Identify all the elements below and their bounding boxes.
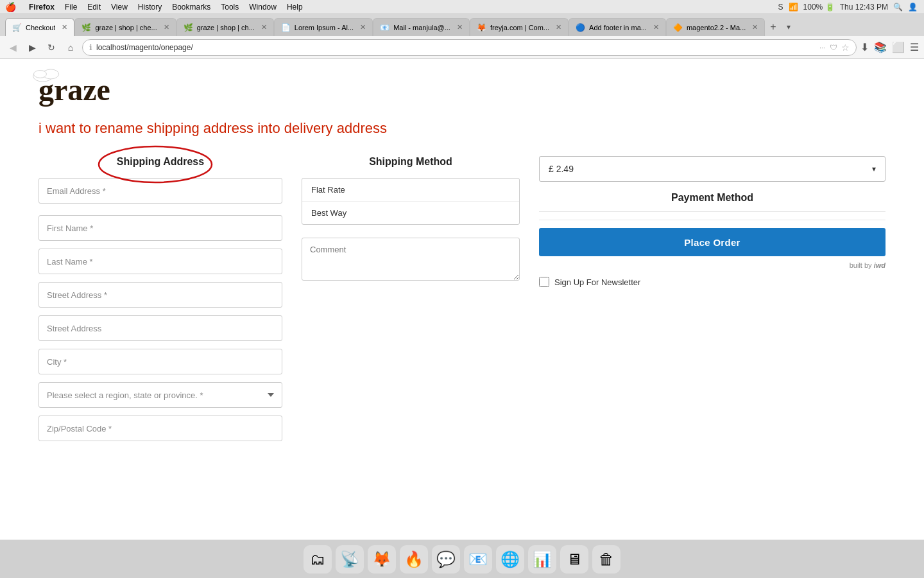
site-header: graze <box>0 59 924 120</box>
help-menu[interactable]: Help <box>287 3 303 12</box>
tab-mail[interactable]: 📧 Mail - manjula@... ✕ <box>373 18 470 36</box>
reload-button[interactable]: ↻ <box>44 40 59 55</box>
tab-label: Mail - manjula@... <box>393 24 450 31</box>
region-select[interactable]: Please select a region, state or provinc… <box>38 382 282 408</box>
zip-input[interactable] <box>38 416 282 441</box>
comment-textarea[interactable] <box>302 238 520 281</box>
tab-lorem[interactable]: 📄 Lorem Ipsum - Al... ✕ <box>274 18 373 36</box>
security-icon: ℹ <box>89 43 92 52</box>
shipping-method-best-way[interactable]: Best Way <box>302 202 519 224</box>
history-menu[interactable]: History <box>138 3 162 12</box>
address-bar[interactable]: ℹ localhost/magento/onepage/ ··· 🛡 ☆ <box>82 39 857 56</box>
email-input[interactable] <box>38 178 282 204</box>
wifi-icon: 📶 <box>789 3 798 12</box>
tab-magento[interactable]: 🔶 magento2.2 - Ma... ✕ <box>666 18 765 36</box>
back-button[interactable]: ◀ <box>5 40 21 55</box>
logo-cloud-svg <box>32 64 64 83</box>
tab-label: graze | shop | ch... <box>197 24 255 31</box>
tab-label: freyja.com | Com... <box>490 24 549 31</box>
more-options-icon[interactable]: ··· <box>819 43 826 52</box>
tab-close-button[interactable]: ✕ <box>62 23 67 31</box>
street1-field-group <box>38 282 282 308</box>
first-name-input[interactable] <box>38 215 282 241</box>
apple-menu[interactable]: 🍎 <box>5 2 16 12</box>
tabs-row: 🛒 Checkout ✕ 🌿 graze | shop | che... ✕ 🌿… <box>0 18 924 36</box>
tab-label: Lorem Ipsum - Al... <box>295 24 354 31</box>
shipping-address-header: Shipping Address <box>117 156 204 167</box>
menu-icon[interactable]: ☰ <box>910 41 919 53</box>
last-name-input[interactable] <box>38 249 282 274</box>
mac-status-bar: S 📶 100% 🔋 Thu 12:43 PM 🔍 👤 <box>778 3 918 12</box>
star-icon[interactable]: ☆ <box>841 42 850 53</box>
tab-close-button[interactable]: ✕ <box>653 23 659 31</box>
newsletter-signup-row: Sign Up For Newsletter <box>539 277 886 287</box>
first-name-field-group <box>38 215 282 241</box>
tab-favicon: 📧 <box>380 23 389 32</box>
payment-method-header: Payment Method <box>671 192 753 203</box>
payment-divider-bottom <box>539 220 886 220</box>
tab-favicon: 🔶 <box>673 23 683 32</box>
email-field-group <box>38 178 282 204</box>
tab-close-button[interactable]: ✕ <box>752 23 758 31</box>
firefox-menu[interactable]: Firefox <box>29 3 55 12</box>
tools-menu[interactable]: Tools <box>221 3 239 12</box>
street2-input[interactable] <box>38 315 282 341</box>
tab-graze1[interactable]: 🌿 graze | shop | che... ✕ <box>74 18 176 36</box>
tab-close-button[interactable]: ✕ <box>457 23 463 31</box>
tab-list-button[interactable]: ▾ <box>782 18 796 36</box>
newsletter-checkbox[interactable] <box>539 277 549 287</box>
new-tab-button[interactable]: + <box>765 18 781 36</box>
forward-button[interactable]: ▶ <box>24 40 40 55</box>
place-order-button[interactable]: Place Order <box>539 228 886 256</box>
annotation-text: i want to rename shipping address into d… <box>38 120 886 137</box>
tab-favicon: 🌿 <box>184 23 193 32</box>
bookmarks-sidebar-icon[interactable]: 📚 <box>874 41 887 53</box>
download-icon[interactable]: ⬇ <box>860 41 869 53</box>
tab-close-button[interactable]: ✕ <box>164 23 169 31</box>
edit-menu[interactable]: Edit <box>87 3 101 12</box>
built-by-text: built by iwd <box>539 261 886 269</box>
user-icon: 👤 <box>908 3 918 12</box>
window-menu[interactable]: Window <box>249 3 277 12</box>
tab-label: Checkout <box>26 24 55 31</box>
battery-indicator: 100% 🔋 <box>803 3 835 12</box>
tab-close-button[interactable]: ✕ <box>556 23 561 31</box>
svg-point-2 <box>34 71 47 78</box>
street1-input[interactable] <box>38 282 282 308</box>
bookmarks-menu[interactable]: Bookmarks <box>172 3 210 12</box>
order-total-amount: £ 2.49 <box>549 164 574 174</box>
payment-order-section: £ 2.49 ▾ Payment Method Place Order buil… <box>539 156 886 287</box>
navigation-bar: ◀ ▶ ↻ ⌂ ℹ localhost/magento/onepage/ ···… <box>0 36 924 59</box>
zip-field-group <box>38 416 282 441</box>
tab-close-button[interactable]: ✕ <box>261 23 267 31</box>
tab-addfooter[interactable]: 🔵 Add footer in ma... ✕ <box>569 18 666 36</box>
tab-favicon: 📄 <box>281 23 291 32</box>
city-field-group <box>38 349 282 374</box>
browser-chrome: 🛒 Checkout ✕ 🌿 graze | shop | che... ✕ 🌿… <box>0 14 924 59</box>
tab-freyja[interactable]: 🦊 freyja.com | Com... ✕ <box>470 18 569 36</box>
city-input[interactable] <box>38 349 282 374</box>
tab-favicon: 🔵 <box>576 23 585 32</box>
file-menu[interactable]: File <box>65 3 77 12</box>
bookmark-icon[interactable]: 🛡 <box>830 43 837 52</box>
street2-field-group <box>38 315 282 341</box>
tab-label: magento2.2 - Ma... <box>687 24 746 31</box>
shipping-method-section: Shipping Method Flat Rate Best Way <box>302 156 520 283</box>
mac-menu-bar: 🍎 Firefox File Edit View History Bookmar… <box>0 0 924 14</box>
payment-divider-top <box>539 211 886 212</box>
tab-close-button[interactable]: ✕ <box>360 23 366 31</box>
order-total-dropdown[interactable]: £ 2.49 ▾ <box>539 156 886 182</box>
url-text: localhost/magento/onepage/ <box>96 43 816 52</box>
tab-label: graze | shop | che... <box>95 24 157 31</box>
spotlight-icon[interactable]: 🔍 <box>893 3 903 12</box>
site-logo: graze <box>38 72 110 107</box>
synced-tabs-icon[interactable]: ⬜ <box>892 41 905 53</box>
shipping-method-flat-rate[interactable]: Flat Rate <box>302 179 519 202</box>
home-button[interactable]: ⌂ <box>63 40 78 55</box>
newsletter-label: Sign Up For Newsletter <box>554 277 640 287</box>
tab-label: Add footer in ma... <box>589 24 647 31</box>
view-menu[interactable]: View <box>111 3 128 12</box>
tab-checkout[interactable]: 🛒 Checkout ✕ <box>5 18 74 36</box>
tab-graze2[interactable]: 🌿 graze | shop | ch... ✕ <box>176 18 274 36</box>
chevron-down-icon: ▾ <box>872 164 876 173</box>
